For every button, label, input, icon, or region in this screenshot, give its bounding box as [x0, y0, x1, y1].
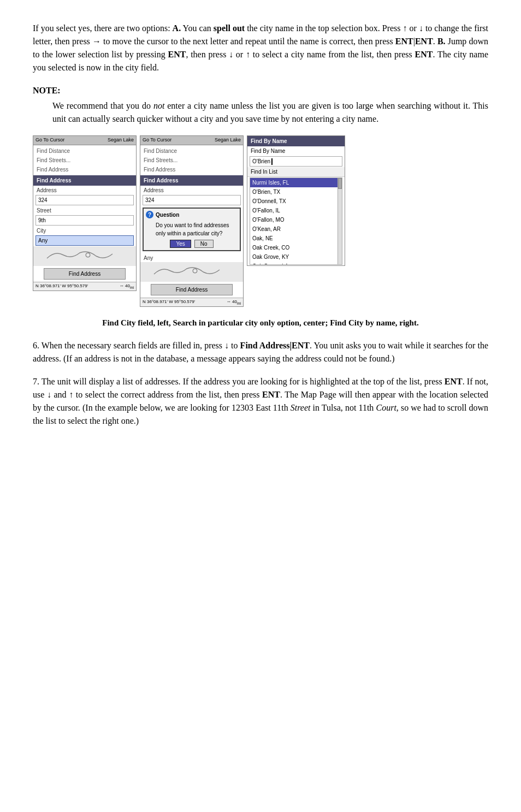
panel-center-menu: Find Distance Find Streets... Find Addre… — [140, 145, 243, 175]
address-value: 324 — [143, 195, 241, 205]
panel-right: Find By Name Find By Name O'Brien Find I… — [247, 135, 345, 266]
dialog-text: Do you want to find addresses only withi… — [156, 221, 238, 238]
dialog-no-button[interactable]: No — [194, 240, 214, 248]
panel-left-location: Segan Lake — [108, 137, 134, 144]
dialog-buttons: Yes No — [146, 240, 238, 248]
city-list[interactable]: Nurmi Isles, FL O'Brien, TX O'Donnell, T… — [250, 177, 342, 265]
figure-area: Go To Cursor Segan Lake Find Distance Fi… — [33, 135, 488, 307]
question-icon: ? — [146, 211, 153, 218]
city-list-item: O'Fallon, MO — [250, 215, 342, 224]
note-body: We recommend that you do not enter a cit… — [52, 99, 488, 126]
panel-left-menu: Find Distance Find Streets... Find Addre… — [33, 145, 136, 175]
menu-item: Find Distance — [140, 146, 243, 156]
menu-item: Find Streets... — [140, 156, 243, 165]
note-heading: NOTE: — [33, 84, 488, 97]
menu-item: Find Address — [140, 165, 243, 174]
intro-paragraph: If you select yes, there are two options… — [33, 22, 488, 74]
city-list-item: O'Fallon, IL — [250, 206, 342, 215]
menu-item: Find Distance — [33, 146, 136, 156]
svg-point-0 — [86, 253, 90, 257]
city-list-item: Oak Grove, LA — [250, 262, 342, 265]
question-dialog: ? Question Do you want to find addresses… — [143, 208, 241, 251]
step6-paragraph: 6. When the necessary search fields are … — [33, 339, 488, 365]
panel-left: Go To Cursor Segan Lake Find Distance Fi… — [33, 135, 137, 291]
find-by-name-header: Find By Name — [247, 136, 345, 146]
city-list-item: Oak Grove, KY — [250, 252, 342, 262]
find-by-name-input-value: O'Brien — [252, 157, 270, 165]
find-in-list-label: Find In List — [247, 167, 345, 177]
address-value: 324 — [35, 195, 134, 205]
step7-paragraph: 7. The unit will display a list of addre… — [33, 375, 488, 428]
city-list-item: Oak, NE — [250, 234, 342, 243]
city-list-item: O'Brien, TX — [250, 187, 342, 197]
dialog-yes-button[interactable]: Yes — [170, 240, 191, 248]
menu-item: Find Streets... — [33, 156, 136, 165]
find-address-btn-center[interactable]: Find Address — [151, 284, 233, 295]
svg-point-1 — [193, 269, 197, 273]
city-value: Any — [35, 235, 134, 246]
city-label-center: Any — [140, 253, 243, 262]
figure-caption: Find City field, left, Search in particu… — [33, 317, 488, 329]
panel-left-bottom: N 36°08.971' W 95°50.579' ↔ 40mi — [33, 282, 136, 291]
address-label: Address — [140, 186, 243, 194]
find-by-name-label: Find By Name — [247, 146, 345, 156]
city-list-item: O'Donnell, TX — [250, 197, 342, 206]
find-address-btn-left[interactable]: Find Address — [44, 268, 126, 280]
panel-left-topbar: Go To Cursor Segan Lake — [33, 136, 136, 145]
panel-center-section: Find Address — [140, 175, 243, 186]
menu-item: Find Address — [33, 165, 136, 174]
street-label: Street — [33, 206, 136, 215]
panel-center-bottom: N 36°08.971' W 95°50.579' ↔ 40mi — [140, 298, 243, 307]
city-label: City — [33, 226, 136, 235]
map-area-left — [33, 246, 136, 266]
dialog-title: ? Question — [146, 211, 238, 219]
city-list-item: O'Kean, AR — [250, 224, 342, 234]
scrollbar-thumb[interactable] — [338, 178, 342, 189]
address-label: Address — [33, 186, 136, 194]
panel-center: Go To Cursor Segan Lake Find Distance Fi… — [140, 135, 244, 307]
find-by-name-input[interactable]: O'Brien — [250, 156, 342, 167]
panel-left-section: Find Address — [33, 175, 136, 186]
city-list-item: Oak Creek, CO — [250, 243, 342, 252]
panel-center-gototitle: Go To Cursor — [143, 137, 171, 144]
cursor — [271, 158, 273, 165]
map-area-center — [140, 262, 243, 282]
panel-center-location: Segan Lake — [215, 137, 241, 144]
panel-center-topbar: Go To Cursor Segan Lake — [140, 136, 243, 145]
city-list-scrollbar[interactable] — [338, 178, 342, 264]
panel-left-gototitle: Go To Cursor — [35, 137, 64, 144]
street-value: 9th — [35, 215, 134, 226]
city-list-item-highlighted: Nurmi Isles, FL — [250, 178, 342, 187]
